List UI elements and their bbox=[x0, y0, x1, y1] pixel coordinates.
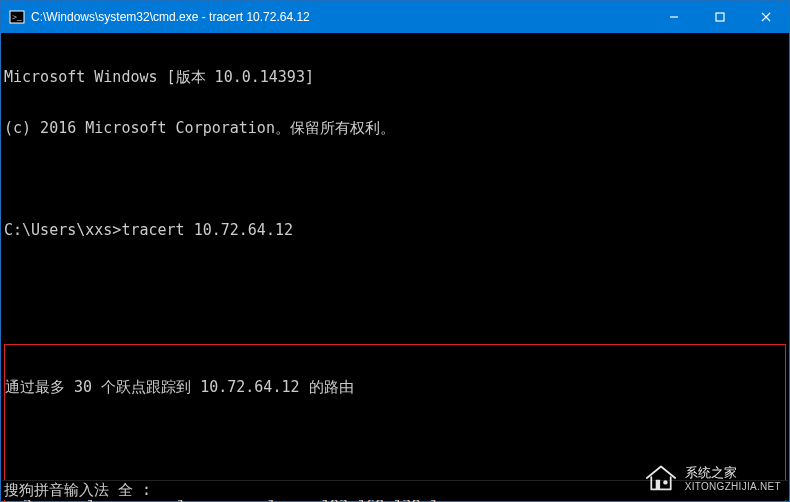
watermark: 系统之家 XITONGZHIJIA.NET bbox=[643, 463, 781, 497]
window-title: C:\Windows\system32\cmd.exe - tracert 10… bbox=[31, 10, 310, 24]
ime-status-text: 搜狗拼音输入法 全 : bbox=[4, 481, 151, 500]
watermark-text: 系统之家 XITONGZHIJIA.NET bbox=[685, 466, 781, 494]
blank-line bbox=[5, 430, 785, 447]
svg-text:>_: >_ bbox=[12, 12, 22, 22]
maximize-button[interactable] bbox=[697, 1, 743, 33]
prompt-line: C:\Users\xxs>tracert 10.72.64.12 bbox=[4, 222, 786, 239]
titlebar-left: >_ C:\Windows\system32\cmd.exe - tracert… bbox=[9, 9, 310, 25]
svg-rect-3 bbox=[655, 480, 659, 490]
terminal-output[interactable]: Microsoft Windows [版本 10.0.14393] (c) 20… bbox=[2, 34, 788, 500]
cmd-icon: >_ bbox=[9, 9, 25, 25]
watermark-logo-icon bbox=[643, 463, 679, 497]
window-controls bbox=[651, 1, 789, 33]
trace-title: 通过最多 30 个跃点跟踪到 10.72.64.12 的路由 bbox=[5, 379, 785, 396]
minimize-button[interactable] bbox=[651, 1, 697, 33]
svg-rect-2 bbox=[716, 13, 724, 21]
copyright-line: (c) 2016 Microsoft Corporation。保留所有权利。 bbox=[4, 120, 786, 137]
app-window: >_ C:\Windows\system32\cmd.exe - tracert… bbox=[0, 0, 790, 502]
svg-point-4 bbox=[663, 480, 667, 484]
blank-line bbox=[4, 171, 786, 188]
titlebar[interactable]: >_ C:\Windows\system32\cmd.exe - tracert… bbox=[1, 1, 789, 33]
prompt-command: tracert 10.72.64.12 bbox=[121, 221, 293, 239]
header-line: Microsoft Windows [版本 10.0.14393] bbox=[4, 69, 786, 86]
close-button[interactable] bbox=[743, 1, 789, 33]
prompt-path: C:\Users\xxs> bbox=[4, 221, 121, 239]
blank-line bbox=[4, 273, 786, 290]
watermark-brand: 系统之家 bbox=[685, 466, 781, 480]
watermark-url: XITONGZHIJIA.NET bbox=[685, 480, 781, 494]
